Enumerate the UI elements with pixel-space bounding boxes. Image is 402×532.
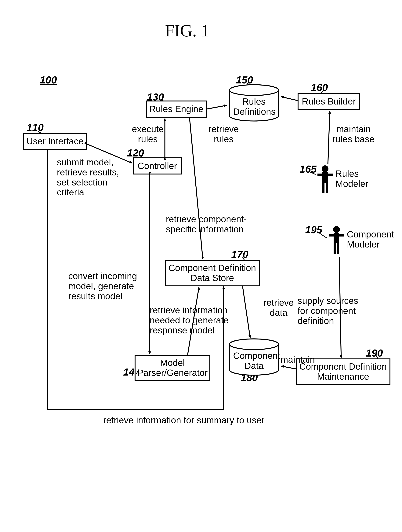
rules-modeler-person-icon: [316, 165, 334, 195]
figure-title: FIG. 1: [165, 21, 210, 40]
svg-line-24: [243, 286, 250, 338]
svg-rect-11: [334, 233, 339, 243]
ref-190: 190: [366, 347, 383, 359]
svg-rect-13: [339, 234, 344, 236]
svg-point-4: [322, 165, 328, 172]
edge-retrieve-comp-specific: retrieve component- specific information: [166, 214, 261, 234]
component-data-label: Component Data: [233, 351, 275, 371]
edge-retrieve-rules: retrieve rules: [205, 124, 243, 144]
svg-rect-12: [329, 234, 334, 236]
svg-rect-15: [337, 243, 339, 254]
user-interface-box: User Interface: [23, 133, 87, 150]
svg-line-20: [328, 111, 330, 164]
svg-rect-5: [322, 172, 328, 183]
rules-builder-box: Rules Builder: [297, 93, 360, 110]
ref-100: 100: [40, 74, 57, 86]
svg-line-22: [190, 118, 203, 259]
edge-retrieve-info-needed: retrieve information needed to generate …: [150, 305, 235, 335]
rules-engine-box: Rules Engine: [146, 101, 207, 118]
component-modeler-label: Component Modeler: [347, 229, 400, 250]
ref-160: 160: [311, 82, 328, 93]
ref-165: 165: [299, 163, 316, 175]
edge-execute-rules: execute rules: [129, 124, 167, 144]
ref-195: 195: [305, 224, 322, 235]
svg-rect-8: [322, 183, 324, 193]
edge-submit-model: submit model, retrieve results, set sele…: [57, 158, 133, 197]
svg-point-1: [229, 85, 279, 95]
ref-170: 170: [231, 248, 248, 260]
svg-rect-7: [328, 174, 333, 176]
edge-retrieve-data: retrieve data: [260, 298, 297, 318]
svg-point-3: [229, 339, 279, 349]
svg-line-25: [281, 366, 296, 369]
svg-line-19: [281, 97, 297, 101]
edge-retrieve-info-summary: retrieve information for summary to user: [99, 415, 269, 425]
svg-line-18: [207, 105, 227, 109]
edge-maintain-rules-base: maintain rules base: [330, 124, 377, 144]
controller-box: Controller: [133, 158, 182, 175]
edge-supply-sources: supply sources for component definition: [297, 296, 364, 326]
rules-definitions-label: Rules Definitions: [233, 97, 275, 117]
model-parser-box: Model Parser/Generator: [135, 355, 210, 381]
svg-point-10: [333, 226, 340, 233]
svg-rect-9: [326, 183, 328, 193]
ref-110: 110: [26, 121, 43, 133]
component-definition-store-box: Component Definition Data Store: [165, 260, 260, 286]
component-modeler-person-icon: [328, 226, 345, 256]
rules-modeler-label: Rules Modeler: [335, 169, 375, 189]
diagram-canvas: FIG. 1 100 110 120 130 140 150 160 165 1…: [0, 0, 402, 532]
svg-rect-6: [317, 174, 322, 176]
svg-rect-14: [334, 243, 336, 254]
edge-convert-incoming: convert incoming model, generate results…: [68, 271, 144, 301]
edge-maintain: maintain: [280, 355, 318, 365]
ref-120: 120: [127, 147, 144, 159]
